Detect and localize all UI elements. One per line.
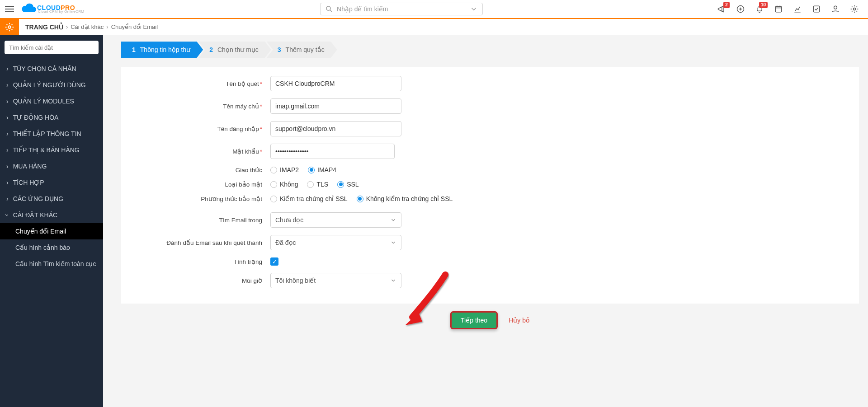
radio-icon bbox=[270, 181, 277, 188]
nav-label: TỰ ĐỘNG HÓA bbox=[13, 114, 59, 121]
input-login[interactable] bbox=[270, 121, 401, 136]
subnav-alert-config[interactable]: Cấu hình cảnh báo bbox=[0, 239, 103, 256]
chevron-down-icon bbox=[390, 277, 396, 284]
chevron-right-icon: › bbox=[6, 114, 9, 121]
hamburger-icon bbox=[5, 6, 14, 12]
global-search[interactable]: Nhập để tìm kiếm bbox=[320, 3, 483, 15]
step-label: Thông tin hộp thư bbox=[140, 46, 190, 53]
chevron-down-icon bbox=[470, 5, 478, 13]
radio-icon bbox=[270, 196, 277, 202]
label-protocol: Giao thức bbox=[135, 166, 270, 173]
radio-icon bbox=[337, 181, 344, 188]
certcheck-options: Kiểm tra chứng chỉ SSL Không kiểm tra ch… bbox=[270, 195, 453, 202]
radio-security-ssl[interactable]: SSL bbox=[337, 181, 359, 188]
row-findin: Tìm Email trong Chưa đọc bbox=[135, 212, 845, 228]
row-server: Tên máy chủ* bbox=[135, 98, 845, 114]
input-scanner-name[interactable] bbox=[270, 76, 401, 91]
svg-line-1 bbox=[330, 10, 332, 12]
nav-label: TIẾP THỊ & BÁN HÀNG bbox=[13, 146, 80, 154]
nav-integrations[interactable]: ›TÍCH HỢP bbox=[0, 174, 103, 191]
nav-label: QUẢN LÝ MODULES bbox=[13, 98, 74, 105]
main-content: 1Thông tin hộp thư 2Chọn thư mục 3Thêm q… bbox=[103, 35, 868, 407]
hamburger-menu[interactable] bbox=[0, 0, 19, 19]
gear-icon[interactable] bbox=[850, 5, 859, 14]
step-label: Thêm quy tắc bbox=[286, 46, 325, 53]
calendar-icon[interactable] bbox=[774, 5, 783, 14]
breadcrumb-item-1[interactable]: Cài đặt khác bbox=[71, 23, 104, 30]
select-timezone[interactable]: Tôi không biết bbox=[270, 273, 401, 288]
step-label: Chọn thư mục bbox=[217, 46, 259, 53]
announce-icon[interactable]: 2 bbox=[717, 5, 726, 14]
row-protocol: Giao thức IMAP2 IMAP4 bbox=[135, 166, 845, 173]
subnav-email-conversion[interactable]: Chuyển đổi Email bbox=[0, 223, 103, 239]
checkbox-status[interactable]: ✓ bbox=[270, 257, 278, 266]
announce-badge: 2 bbox=[723, 2, 730, 8]
breadcrumb: TRANG CHỦ › Cài đặt khác › Chuyển đổi Em… bbox=[0, 19, 868, 35]
select-findin[interactable]: Chưa đọc bbox=[270, 212, 401, 228]
step-3[interactable]: 3Thêm quy tắc bbox=[267, 42, 337, 58]
settings-tab[interactable] bbox=[0, 19, 19, 35]
nav-automation[interactable]: ›TỰ ĐỘNG HÓA bbox=[0, 109, 103, 126]
cancel-link[interactable]: Hủy bỏ bbox=[509, 317, 530, 324]
logo-subtitle: Cloud CRM by OnlineCRM bbox=[38, 10, 84, 14]
chevron-down-icon bbox=[390, 239, 396, 246]
next-button[interactable]: Tiếp theo bbox=[450, 311, 498, 329]
radio-security-tls[interactable]: TLS bbox=[307, 181, 328, 188]
nav-applications[interactable]: ›CÁC ỨNG DỤNG bbox=[0, 191, 103, 207]
nav-purchasing[interactable]: ›MUA HÀNG bbox=[0, 158, 103, 174]
chart-icon[interactable] bbox=[793, 5, 802, 14]
bell-icon[interactable]: 10 bbox=[755, 5, 764, 14]
nav-label: TÍCH HỢP bbox=[13, 179, 44, 186]
cloud-icon bbox=[21, 3, 37, 15]
label-status: Tình trạng bbox=[135, 258, 270, 265]
radio-imap2[interactable]: IMAP2 bbox=[270, 166, 299, 173]
row-certcheck: Phương thức bảo mật Kiểm tra chứng chỉ S… bbox=[135, 195, 845, 202]
step-1[interactable]: 1Thông tin hộp thư bbox=[121, 42, 203, 58]
label-password: Mật khẩu* bbox=[135, 148, 270, 155]
row-security: Loại bảo mật Không TLS SSL bbox=[135, 181, 845, 188]
nav-label: CÀI ĐẶT KHÁC bbox=[13, 211, 57, 219]
breadcrumb-sep: › bbox=[66, 23, 68, 30]
step-2[interactable]: 2Chọn thư mục bbox=[198, 42, 271, 58]
header-search-wrap: Nhập để tìm kiếm bbox=[86, 3, 717, 15]
nav-label: QUẢN LÝ NGƯỜI DÙNG bbox=[13, 81, 86, 89]
logo[interactable]: CLOUDPRO Cloud CRM by OnlineCRM bbox=[19, 0, 86, 19]
chevron-right-icon: › bbox=[6, 98, 9, 105]
search-placeholder: Nhập để tìm kiếm bbox=[337, 5, 388, 13]
search-icon bbox=[325, 5, 333, 13]
chevron-right-icon: › bbox=[6, 195, 9, 202]
check-icon[interactable] bbox=[812, 5, 821, 14]
gear-icon bbox=[5, 22, 14, 32]
nav-modules-management[interactable]: ›QUẢN LÝ MODULES bbox=[0, 93, 103, 109]
nav-info-setup[interactable]: ›THIẾT LẬP THÔNG TIN bbox=[0, 126, 103, 142]
nav-personal-options[interactable]: ›TÙY CHỌN CÁ NHÂN bbox=[0, 61, 103, 77]
select-markafter[interactable]: Đã đọc bbox=[270, 235, 401, 250]
radio-icon bbox=[308, 167, 315, 173]
wizard-steps: 1Thông tin hộp thư 2Chọn thư mục 3Thêm q… bbox=[121, 42, 859, 58]
svg-point-7 bbox=[8, 26, 11, 28]
chevron-right-icon: › bbox=[6, 130, 9, 137]
input-server[interactable] bbox=[270, 98, 401, 114]
radio-cert-nocheck[interactable]: Không kiểm tra chứng chỉ SSL bbox=[357, 195, 453, 202]
step-number: 3 bbox=[278, 46, 281, 53]
chevron-right-icon: › bbox=[6, 179, 9, 186]
subnav-global-search-config[interactable]: Cấu hình Tìm kiếm toàn cục bbox=[0, 256, 103, 272]
breadcrumb-home[interactable]: TRANG CHỦ bbox=[25, 23, 63, 31]
input-password[interactable] bbox=[270, 144, 395, 159]
nav-marketing-sales[interactable]: ›TIẾP THỊ & BÁN HÀNG bbox=[0, 142, 103, 158]
user-icon[interactable] bbox=[831, 5, 840, 14]
svg-point-6 bbox=[854, 8, 856, 10]
radio-imap4[interactable]: IMAP4 bbox=[308, 166, 336, 173]
breadcrumb-item-2: Chuyển đổi Email bbox=[111, 23, 158, 30]
nav-user-management[interactable]: ›QUẢN LÝ NGƯỜI DÙNG bbox=[0, 77, 103, 93]
add-icon[interactable] bbox=[736, 5, 745, 14]
radio-cert-check[interactable]: Kiểm tra chứng chỉ SSL bbox=[270, 195, 348, 202]
sidebar-search-input[interactable] bbox=[5, 41, 99, 54]
svg-point-5 bbox=[834, 6, 837, 9]
chevron-right-icon: › bbox=[6, 81, 9, 89]
sidebar-search-wrap bbox=[5, 41, 99, 54]
layout: ›TÙY CHỌN CÁ NHÂN ›QUẢN LÝ NGƯỜI DÙNG ›Q… bbox=[0, 35, 868, 407]
radio-security-none[interactable]: Không bbox=[270, 181, 298, 188]
nav-other-settings[interactable]: ›CÀI ĐẶT KHÁC bbox=[0, 207, 103, 223]
radio-icon bbox=[307, 181, 314, 188]
